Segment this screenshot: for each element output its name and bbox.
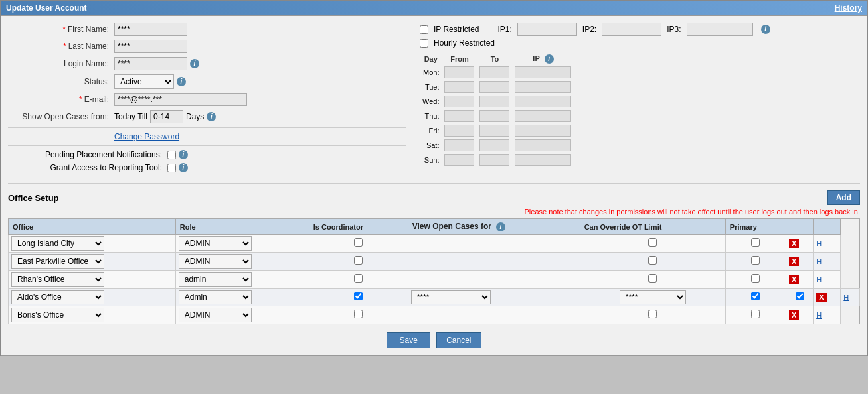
days-info-icon[interactable]: i — [207, 112, 216, 121]
table-row: East Parkville Office ADMIN X H — [9, 253, 860, 271]
h-link-3[interactable]: H — [816, 275, 822, 283]
is-coordinator-5[interactable] — [354, 310, 363, 318]
login-name-info-icon[interactable]: i — [190, 59, 199, 68]
can-override-ot-2[interactable] — [648, 256, 657, 265]
can-override-ot-3[interactable] — [648, 274, 657, 283]
is-coordinator-3[interactable] — [354, 274, 363, 283]
add-office-button[interactable]: Add — [827, 190, 860, 205]
can-override-ot-5[interactable] — [648, 310, 657, 318]
tue-ip-input[interactable] — [515, 81, 571, 93]
login-name-input[interactable] — [114, 57, 187, 70]
primary-5[interactable] — [751, 310, 760, 318]
schedule-row-wed: Wed: — [420, 94, 574, 109]
ip-schedule-info-icon[interactable]: i — [545, 54, 554, 64]
ip2-input[interactable] — [602, 23, 661, 36]
primary-3[interactable] — [751, 274, 760, 283]
history-col-header — [814, 219, 841, 235]
delete-button-2[interactable]: X — [789, 257, 799, 266]
is-coordinator-4[interactable] — [354, 292, 363, 300]
grant-access-label: Grant Access to Reporting Tool: — [8, 163, 167, 172]
hourly-restricted-checkbox[interactable] — [420, 39, 428, 48]
office-select-4[interactable]: Aldo's Office — [11, 290, 104, 304]
status-info-icon[interactable]: i — [177, 77, 186, 86]
wed-to-input[interactable] — [479, 96, 509, 107]
fri-to-input[interactable] — [479, 125, 509, 137]
fri-from-input[interactable] — [444, 125, 474, 137]
sun-label: Sun: — [420, 153, 442, 167]
history-link[interactable]: History — [835, 3, 862, 13]
role-col-header: Role — [175, 219, 309, 235]
sat-to-input[interactable] — [479, 139, 509, 151]
cancel-button[interactable]: Cancel — [436, 332, 481, 348]
office-select-3[interactable]: Rhan's Office — [11, 272, 104, 287]
hourly-restricted-label: Hourly Restricted — [434, 38, 495, 48]
ip1-input[interactable] — [517, 23, 577, 36]
fri-ip-input[interactable] — [515, 125, 571, 137]
can-override-ot-1[interactable] — [648, 238, 657, 247]
ip3-info-icon[interactable]: i — [761, 25, 770, 34]
grant-access-info-icon[interactable]: i — [179, 163, 188, 172]
tue-from-input[interactable] — [444, 81, 474, 93]
office-select-2[interactable]: East Parkville Office — [11, 254, 104, 269]
thu-to-input[interactable] — [479, 110, 509, 122]
sun-ip-input[interactable] — [515, 154, 571, 166]
h-link-5[interactable]: H — [816, 311, 822, 319]
status-select[interactable]: Active Inactive — [114, 74, 174, 89]
pending-notifications-checkbox[interactable] — [167, 151, 176, 159]
last-name-input[interactable] — [114, 40, 187, 53]
sun-from-input[interactable] — [444, 154, 474, 166]
schedule-row-mon: Mon: — [420, 65, 574, 80]
role-select-1[interactable]: ADMIN — [179, 236, 252, 251]
pending-notifications-info-icon[interactable]: i — [179, 150, 188, 159]
email-input[interactable] — [114, 93, 247, 106]
grant-access-checkbox[interactable] — [167, 164, 176, 172]
tue-to-input[interactable] — [479, 81, 509, 93]
sat-from-input[interactable] — [444, 139, 474, 151]
thu-from-input[interactable] — [444, 110, 474, 122]
sun-to-input[interactable] — [479, 154, 509, 166]
delete-button-4[interactable]: X — [816, 293, 826, 302]
mon-ip-input[interactable] — [515, 66, 571, 78]
h-link-1[interactable]: H — [816, 239, 822, 247]
mon-from-input[interactable] — [444, 66, 474, 78]
role-select-2[interactable]: ADMIN — [179, 254, 252, 269]
fri-label: Fri: — [420, 123, 442, 138]
save-button[interactable]: Save — [387, 332, 430, 348]
view-open-cases-extra-4[interactable]: **** — [620, 290, 686, 304]
wed-ip-input[interactable] — [515, 96, 571, 107]
delete-button-5[interactable]: X — [789, 310, 799, 320]
role-select-5[interactable]: ADMIN — [179, 308, 252, 322]
h-link-2[interactable]: H — [816, 257, 822, 265]
primary-1[interactable] — [751, 238, 760, 247]
role-select-3[interactable]: admin — [179, 272, 252, 287]
wed-from-input[interactable] — [444, 96, 474, 107]
login-name-label: Login Name: — [8, 59, 114, 68]
sat-ip-input[interactable] — [515, 139, 571, 151]
office-select-5[interactable]: Boris's Office — [11, 308, 104, 322]
h-link-4[interactable]: H — [843, 293, 849, 301]
delete-button-3[interactable]: X — [789, 275, 799, 284]
office-select-1[interactable]: Long Island City — [11, 236, 104, 251]
change-password-link[interactable]: Change Password — [114, 132, 179, 141]
first-name-input[interactable] — [114, 23, 187, 36]
primary-2[interactable] — [751, 256, 760, 265]
ip3-input[interactable] — [687, 23, 753, 36]
is-coordinator-1[interactable] — [354, 238, 363, 247]
ip2-label: IP2: — [582, 25, 596, 34]
view-open-cases-select-4[interactable]: **** — [411, 290, 491, 304]
actions-col-header — [786, 219, 814, 235]
view-open-cases-info-icon[interactable]: i — [496, 222, 505, 231]
thu-ip-input[interactable] — [515, 110, 571, 122]
to-col-header: To — [477, 53, 512, 65]
ip-restricted-checkbox[interactable] — [420, 25, 428, 34]
last-name-label: *Last Name: — [8, 42, 114, 51]
primary-4[interactable] — [796, 292, 804, 300]
is-coordinator-2[interactable] — [354, 256, 363, 265]
can-override-ot-col-header: Can Override OT Limit — [580, 219, 725, 235]
sat-label: Sat: — [420, 138, 442, 153]
delete-button-1[interactable]: X — [789, 239, 799, 248]
role-select-4[interactable]: Admin — [179, 290, 252, 304]
mon-to-input[interactable] — [479, 66, 509, 78]
days-input[interactable] — [150, 110, 183, 123]
can-override-ot-4[interactable] — [751, 292, 760, 300]
